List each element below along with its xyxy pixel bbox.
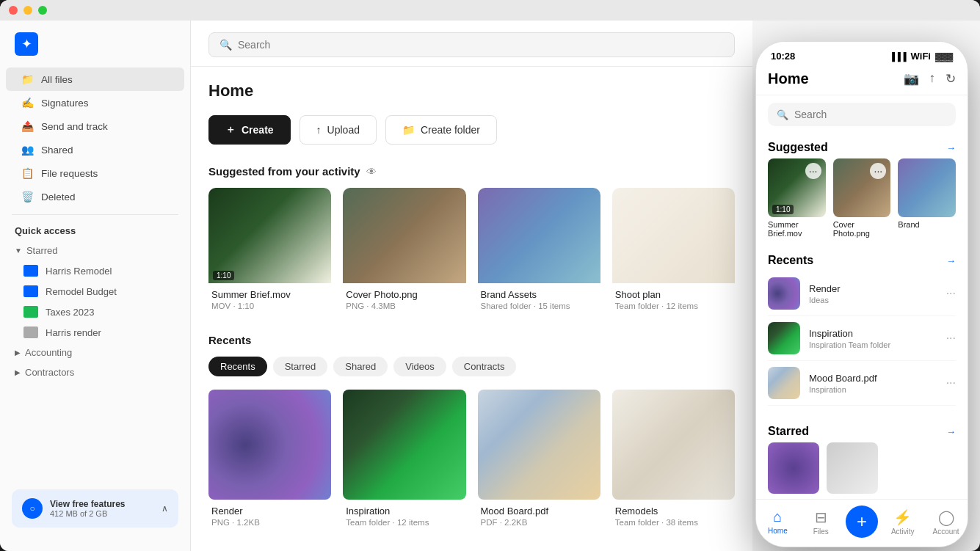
sidebar-item-all-files[interactable]: 📁 All files	[6, 67, 184, 91]
search-input[interactable]	[238, 39, 724, 51]
timestamp-badge: 1:10	[213, 271, 234, 280]
sidebar-sub-taxes[interactable]: Taxes 2023	[0, 302, 190, 322]
main-content: 🔍 Home ＋ Create ↑ Upload 📁	[191, 21, 752, 551]
page-title: Home	[208, 81, 735, 101]
starred-thumb	[768, 442, 819, 494]
logo[interactable]: ✦	[0, 32, 190, 67]
recents-see-all[interactable]: →	[946, 255, 956, 266]
file-requests-icon: 📋	[21, 167, 34, 180]
reload-icon[interactable]: ↻	[945, 71, 956, 87]
recent-card-3[interactable]: Remodels Team folder · 38 items	[612, 390, 735, 530]
mobile-nav-files[interactable]: ⊟ Files	[802, 508, 839, 536]
sidebar-item-deleted[interactable]: 🗑️ Deleted	[6, 185, 184, 208]
camera-icon[interactable]: 📷	[904, 71, 919, 87]
sidebar-sub-harris-render[interactable]: Harris render	[0, 322, 190, 343]
mobile-sug-img-2	[898, 158, 956, 217]
mobile-nav-activity[interactable]: ⚡ Activity	[885, 508, 921, 536]
recent-card-0[interactable]: Render PNG · 1.2KB	[208, 390, 331, 530]
sidebar-item-file-requests[interactable]: 📋 File requests	[6, 161, 184, 185]
mobile-see-all[interactable]: →	[946, 142, 956, 153]
mobile-bottom-nav: ⌂ Home ⊟ Files + ⚡ Activity ◯ Account	[756, 499, 968, 547]
create-folder-label: Create folder	[421, 124, 480, 136]
create-folder-button[interactable]: 📁 Create folder	[385, 115, 497, 145]
close-button[interactable]	[9, 6, 18, 15]
tab-starred[interactable]: Starred	[273, 357, 328, 376]
more-options-button[interactable]: ···	[946, 332, 956, 345]
folder-icon: 📁	[402, 124, 415, 136]
starred-see-all[interactable]: →	[946, 426, 956, 437]
mobile-suggested-header: Suggested →	[768, 134, 956, 158]
recent-card-img-3	[612, 390, 735, 500]
maximize-button[interactable]	[38, 6, 47, 15]
mobile-sug-card-1[interactable]: ··· Cover Photo.png	[833, 158, 891, 238]
mobile-recent-info-1: Inspiration Inspiration Team folder	[809, 328, 937, 349]
mobile-sug-img-1: ···	[833, 158, 891, 217]
contractors-collapse[interactable]: ▶ Contractors	[0, 362, 190, 382]
mobile-nav-label: Home	[768, 527, 788, 535]
mobile-nav-plus[interactable]: +	[846, 506, 878, 538]
chevron-right-icon: ▶	[15, 349, 21, 357]
suggested-card-2[interactable]: Brand Assets Shared folder · 15 items	[478, 188, 600, 313]
recents-grid: Render PNG · 1.2KB Inspiration Team fold…	[208, 390, 735, 530]
tab-recents[interactable]: Recents	[208, 357, 267, 376]
suggested-section-title: Suggested from your activity	[208, 165, 360, 178]
card-meta: PNG · 4.3MB	[346, 302, 462, 310]
recent-card-2[interactable]: Mood Board.pdf PDF · 2.2KB	[478, 390, 600, 530]
upload-button[interactable]: ↑ Upload	[300, 115, 377, 145]
sub-item-label: Harris Remodel	[46, 266, 112, 277]
mobile-recent-item-0[interactable]: Render Ideas ···	[768, 271, 956, 316]
card-name: Remodels	[615, 506, 732, 517]
title-bar	[0, 0, 980, 21]
sidebar-sub-remodel-budget[interactable]: Remodel Budget	[0, 281, 190, 302]
tab-videos[interactable]: Videos	[393, 357, 446, 376]
collapse-label: Accounting	[25, 347, 72, 358]
mobile-sug-name-1: Cover Photo.png	[833, 220, 891, 238]
mobile-overlay: 10:28 ▐▐▐ WiFi ▓▓▓ Home 📷 ↑ ↻	[755, 41, 968, 547]
mobile-recent-item-2[interactable]: Mood Board.pdf Inspiration ···	[768, 361, 956, 406]
suggested-card-info-3: Shoot plan Team folder · 12 items	[612, 283, 735, 313]
mobile-header: Home 📷 ↑ ↻	[756, 66, 968, 95]
more-options-button[interactable]: ···	[946, 376, 956, 390]
mobile-recent-thumb-0	[768, 277, 800, 310]
suggested-card-0[interactable]: 1:10 Summer Brief.mov MOV · 1:10	[208, 188, 331, 313]
recents-title: Recents	[208, 334, 735, 346]
recent-card-info-0: Render PNG · 1.2KB	[208, 500, 331, 530]
tab-contracts[interactable]: Contracts	[452, 357, 517, 376]
mobile-sug-card-0[interactable]: 1:10 ··· Summer Brief.mov	[768, 158, 826, 238]
accounting-collapse[interactable]: ▶ Accounting	[0, 343, 190, 362]
sidebar-item-signatures[interactable]: ✍️ Signatures	[6, 91, 184, 114]
tab-shared[interactable]: Shared	[333, 357, 388, 376]
main-header: 🔍	[191, 21, 752, 67]
upload-icon[interactable]: ↑	[929, 71, 936, 87]
more-dots-icon[interactable]: ···	[870, 163, 886, 179]
mobile-sug-name-2: Brand	[898, 220, 956, 229]
minimize-button[interactable]	[23, 6, 32, 15]
storage-icon: ○	[22, 498, 43, 519]
shared-icon: 👥	[21, 143, 34, 156]
starred-collapse[interactable]: ▼ Starred	[0, 241, 190, 260]
eye-icon[interactable]: 👁	[366, 166, 377, 178]
sidebar-sub-harris-remodel[interactable]: Harris Remodel	[0, 260, 190, 281]
mobile-sug-card-2[interactable]: Brand	[898, 158, 956, 238]
mobile-search-input[interactable]	[794, 109, 947, 120]
suggested-section-header: Suggested from your activity 👁	[208, 165, 735, 178]
mobile-nav-account[interactable]: ◯ Account	[928, 508, 965, 536]
search-bar[interactable]: 🔍	[208, 32, 735, 57]
mobile-recent-item-1[interactable]: Inspiration Inspiration Team folder ···	[768, 316, 956, 361]
mobile-starred-title: Starred	[768, 425, 809, 438]
recent-card-1[interactable]: Inspiration Team folder · 12 items	[343, 390, 465, 530]
recent-card-info-3: Remodels Team folder · 38 items	[612, 500, 735, 530]
folder-blue-icon	[23, 285, 38, 297]
more-dots-icon[interactable]: ···	[805, 163, 821, 179]
sidebar-item-shared[interactable]: 👥 Shared	[6, 138, 184, 161]
mobile-search-bar[interactable]: 🔍	[768, 103, 956, 126]
sidebar-item-send-track[interactable]: 📤 Send and track	[6, 114, 184, 138]
suggested-card-3[interactable]: Shoot plan Team folder · 12 items	[612, 188, 735, 313]
mobile-nav-label: Activity	[891, 528, 915, 536]
mobile-nav-home[interactable]: ⌂ Home	[759, 508, 796, 535]
create-button[interactable]: ＋ Create	[208, 115, 291, 145]
free-features-card[interactable]: ○ View free features 412 MB of 2 GB ∧	[12, 489, 178, 528]
all-files-icon: 📁	[21, 73, 34, 86]
more-options-button[interactable]: ···	[946, 287, 956, 300]
suggested-card-1[interactable]: Cover Photo.png PNG · 4.3MB	[343, 188, 465, 313]
